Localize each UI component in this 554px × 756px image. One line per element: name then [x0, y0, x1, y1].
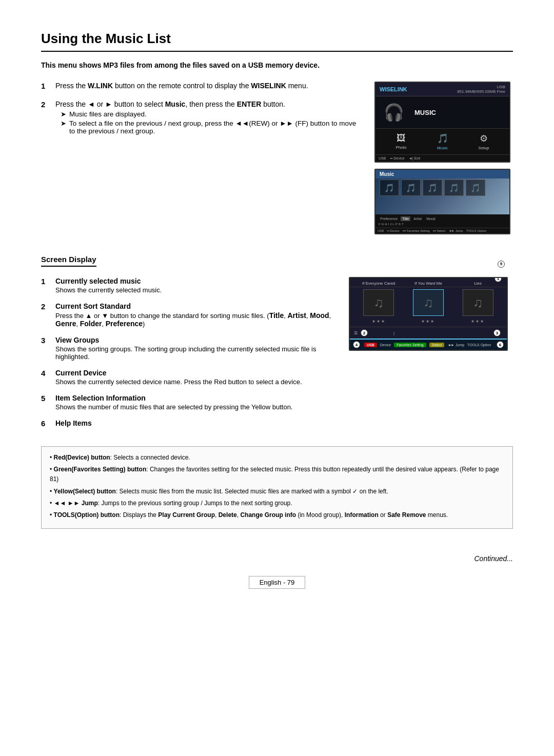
md-music-icon-1: ♫: [363, 289, 394, 316]
alpha-i: I: [388, 223, 389, 226]
sd-item-6-num: 6: [41, 419, 50, 428]
step-2-arrow-1: ➤ Music files are displayed.: [61, 110, 359, 118]
wiselink-photo-icon: 🖼 Photo: [396, 133, 407, 150]
sort-preference: Preference: [379, 216, 399, 221]
step-2-number: 2: [41, 100, 50, 136]
wiselink-title: WISELINK: [380, 86, 407, 92]
sd-item-5-body: Item Selection Information Shows the num…: [55, 394, 333, 411]
md-track-3: Lies: [458, 281, 499, 286]
track-thumb-5: 🎵: [466, 180, 485, 196]
music-screen-footer: USB ▪▪ Device ▪▪▪ Favorites Setting ▪▪▪ …: [375, 228, 509, 233]
md-tools-text: TOOLS Option: [467, 343, 491, 347]
step-1: 1 Press the W.LINK button on the remote …: [41, 82, 359, 92]
track-thumb-3: 🎵: [423, 180, 442, 196]
arrow-icon-2: ➤: [61, 120, 66, 127]
screen-display-title: Screen Display: [41, 255, 96, 267]
md-icons-row: ♫ ♫ ♫: [350, 287, 507, 318]
sd-item-6-body: Help Items: [55, 419, 333, 428]
step-2-arrow-1-text: Music files are displayed.: [69, 110, 147, 118]
sd-item-3-num: 3: [41, 336, 50, 361]
md-device-text: Device: [380, 343, 391, 347]
sd-item-4-label: Current Device: [55, 369, 107, 377]
badge-4: 4: [353, 341, 360, 348]
step-2-content: Press the ◄ or ► button to select Music,…: [55, 100, 359, 136]
wiselink-setup-icon: ⚙ Setup: [479, 133, 489, 150]
sd-item-2-desc: Press the ▲ or ▼ button to change the st…: [55, 311, 333, 328]
wiselink-body: 🎧 MUSIC: [375, 96, 509, 128]
sd-item-1-label: Currently selected music: [55, 277, 141, 285]
setup-label: Setup: [479, 146, 489, 150]
sd-right: 1 If Everyone Cared If You Want Me Lies …: [349, 277, 513, 436]
md-select-btn: Select: [429, 343, 444, 347]
sd-item-1: 1 Currently selected music Shows the cur…: [41, 277, 333, 294]
sd-item-2-num: 2: [41, 302, 50, 328]
sd-item-5-label: Item Selection Information: [55, 394, 146, 402]
sort-title: Title: [401, 216, 410, 221]
badge-1: 1: [494, 277, 502, 282]
badge-6: 6: [497, 341, 504, 348]
alpha-s: S: [399, 223, 401, 226]
md-music-icon-2: ♫: [413, 289, 444, 316]
alpha-j: J: [390, 223, 391, 226]
badge-2: 2: [361, 329, 368, 336]
sd-content: 1 Currently selected music Shows the cur…: [41, 277, 513, 436]
page-footer: Continued...: [41, 549, 513, 563]
sd-item-3-body: View Groups Shows the sorting groups. Th…: [55, 336, 333, 361]
music-tracks-overlay: 🎵 🎵 🎵 🎵 🎵: [380, 180, 505, 196]
page-number-container: English - 79: [41, 578, 513, 586]
wiselink-footer-exit: ◄| Exit: [409, 156, 420, 160]
note-5: • TOOLS(Option) button: Displays the Pla…: [50, 510, 504, 520]
step-1-text: Press the W.LINK button on the remote co…: [55, 82, 359, 90]
music-list-section: Preference Title Artist Mood F G H I J L…: [375, 214, 509, 228]
music-footer-select: ▪▪▪ Select: [433, 229, 446, 232]
sd-item-4-body: Current Device Shows the currently selec…: [55, 369, 333, 386]
music-icon: 🎵: [437, 133, 448, 144]
md-jump-text: ◄► Jump: [447, 343, 464, 347]
wiselink-screen: WISELINK USB 851.98MB/995.03MB Free 🎧 MU…: [374, 82, 510, 163]
music-footer-usb: USB: [378, 229, 384, 232]
md-track-2: If You Want Me: [408, 281, 449, 286]
alpha-p: P: [395, 223, 398, 226]
alpha-f: F: [379, 223, 381, 226]
badge-3: 3: [493, 329, 501, 336]
wiselink-info-col: USB 851.98MB/995.03MB Free: [457, 85, 505, 94]
intro-text: This menu shows MP3 files from among the…: [41, 61, 513, 69]
track-thumb-1: 🎵: [380, 180, 399, 196]
track-thumb-2: 🎵: [401, 180, 421, 196]
wiselink-usb: USB: [457, 85, 505, 89]
wiselink-icons-row: 🖼 Photo 🎵 Music ⚙ Setup: [375, 128, 509, 154]
step-2-arrow-2: ➤ To select a file on the previous / nex…: [61, 120, 359, 135]
music-footer-device: ▪▪ Device: [387, 229, 399, 232]
note-2: • Green(Favorites Setting) button: Chang…: [50, 465, 504, 484]
md-bottom-row: ≡ 2 | 3: [350, 327, 507, 339]
sd-item-3-label: View Groups: [55, 336, 99, 344]
setup-icon: ⚙: [480, 133, 488, 144]
alpha-l: L: [392, 223, 394, 226]
music-screen: Music 🎵 🎵 🎵 🎵 🎵 Preference Title Artist …: [374, 169, 510, 234]
music-screen-bg: 🎵 🎵 🎵 🎵 🎵: [375, 178, 509, 214]
notes-box: • Red(Device) button: Selects a connecte…: [41, 446, 513, 529]
sd-left: 1 Currently selected music Shows the cur…: [41, 277, 333, 436]
md-stars-3: ★★★: [471, 319, 485, 324]
sd-item-5-num: 5: [41, 394, 50, 411]
md-footer-bar: 4 USB Device Favorites Setting Select ◄►…: [350, 339, 507, 350]
md-stars-1: ★★★: [372, 319, 386, 324]
page-number: English - 79: [249, 576, 306, 589]
music-screen-header: Music: [375, 170, 509, 178]
sort-artist: Artist: [412, 216, 423, 221]
arrow-icon-1: ➤: [61, 110, 66, 118]
headphone-icon: 🎧: [384, 103, 404, 122]
step-2-text: Press the ◄ or ► button to select Music,…: [55, 100, 359, 108]
page-title: Using the Music List: [41, 31, 513, 52]
music-label: Music: [437, 146, 448, 150]
photo-icon: 🖼: [397, 133, 406, 144]
alpha-h: H: [385, 223, 387, 226]
md-track-1: If Everyone Cared: [358, 281, 399, 286]
wiselink-music-label: MUSIC: [414, 109, 436, 116]
sd-item-3: 3 View Groups Shows the sorting groups. …: [41, 336, 333, 361]
wiselink-footer-usb: USB: [379, 156, 386, 160]
md-menu-icon: ≡: [354, 329, 358, 336]
step-1-number: 1: [41, 82, 50, 92]
sd-item-1-desc: Shows the currently selected music.: [55, 286, 333, 294]
continued-text: Continued...: [277, 554, 513, 563]
